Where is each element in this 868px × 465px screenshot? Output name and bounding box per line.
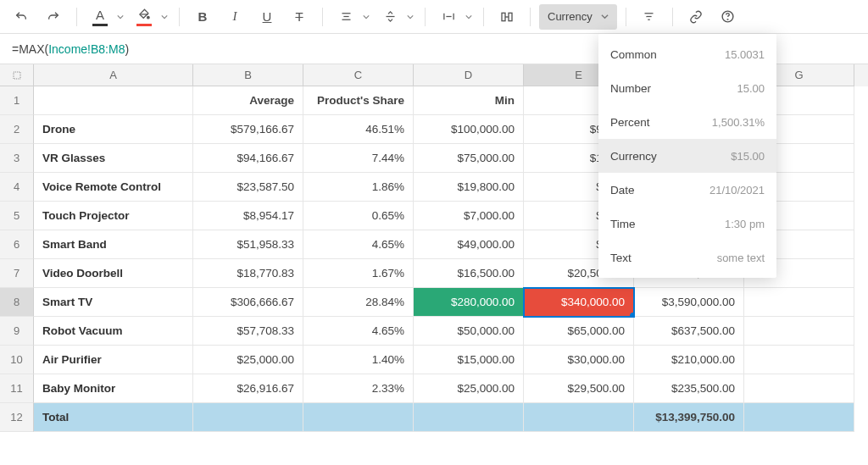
format-item-text[interactable]: Textsome text [598,241,776,274]
v-align-dropdown-caret[interactable] [404,14,416,20]
cell[interactable]: $637,500.00 [634,317,744,346]
row-header[interactable]: 7 [0,259,34,288]
cell[interactable]: 28.84% [303,288,414,317]
cell[interactable]: $30,000.00 [524,346,634,374]
cell[interactable]: $15,000.00 [414,346,524,374]
cell[interactable] [303,403,414,432]
cell[interactable] [193,403,303,432]
cell[interactable]: Total [34,403,193,432]
row-header[interactable]: 1 [0,86,34,115]
cell[interactable]: Smart Band [34,230,193,259]
cell[interactable]: $13,399,750.00 [634,403,744,432]
cell[interactable]: $3,590,000.00 [634,288,744,317]
cell[interactable]: Air Purifier [34,346,193,374]
cell[interactable]: 4.65% [303,230,414,259]
format-item-currency[interactable]: Currency$15.00 [598,139,776,173]
cell[interactable]: 4.65% [303,317,414,346]
fill-color-button[interactable] [130,4,159,30]
cell[interactable]: Product's Share [303,86,414,115]
format-item-number[interactable]: Number15.00 [598,71,776,105]
cell[interactable]: Touch Projector [34,202,193,230]
h-align-dropdown-caret[interactable] [360,14,372,20]
cell[interactable]: $75,000.00 [414,144,524,173]
cell[interactable] [524,403,634,432]
merge-cells-button[interactable] [492,4,521,30]
cell[interactable]: Smart TV [34,288,193,317]
cell[interactable]: $280,000.00 [414,288,524,317]
cell[interactable]: Min [414,86,524,115]
cell[interactable]: Robot Vacuum [34,317,193,346]
cell[interactable]: Video Doorbell [34,259,193,288]
cell[interactable]: $19,800.00 [414,173,524,202]
cell[interactable]: $210,000.00 [634,346,744,374]
cell[interactable]: $235,500.00 [634,374,744,403]
row-header[interactable]: 6 [0,230,34,259]
cell[interactable]: $7,000.00 [414,202,524,230]
select-all-corner[interactable] [0,64,34,86]
cell[interactable]: $8,954.17 [193,202,303,230]
cell[interactable]: $23,587.50 [193,173,303,202]
row-header[interactable]: 10 [0,346,34,374]
cell[interactable]: $306,666.67 [193,288,303,317]
cell[interactable]: 7.44% [303,144,414,173]
col-header-D[interactable]: D [414,64,524,86]
cell[interactable]: $49,000.00 [414,230,524,259]
font-color-button[interactable]: A [86,4,114,30]
text-wrap-button[interactable] [434,4,463,30]
cell[interactable] [744,346,854,374]
col-header-C[interactable]: C [303,64,414,86]
cell[interactable]: 1.67% [303,259,414,288]
cell[interactable]: $65,000.00 [524,317,634,346]
strikethrough-button[interactable]: T [285,4,314,30]
h-align-button[interactable] [331,4,360,30]
row-header[interactable]: 11 [0,374,34,403]
cell[interactable] [744,288,854,317]
cell[interactable]: 46.51% [303,115,414,144]
cell[interactable]: 0.65% [303,202,414,230]
fill-color-dropdown-caret[interactable] [159,14,170,20]
number-format-button[interactable]: Currency [539,4,617,30]
font-color-dropdown-caret[interactable] [114,14,126,20]
text-wrap-dropdown-caret[interactable] [463,14,475,20]
cell[interactable]: $25,000.00 [193,346,303,374]
cell[interactable]: $16,500.00 [414,259,524,288]
row-header[interactable]: 4 [0,173,34,202]
cell[interactable]: Drone [34,115,193,144]
cell[interactable]: 1.86% [303,173,414,202]
underline-button[interactable]: U [253,4,281,30]
cell[interactable] [744,374,854,403]
cell[interactable]: $51,958.33 [193,230,303,259]
cell[interactable]: $26,916.67 [193,374,303,403]
cell[interactable]: $100,000.00 [414,115,524,144]
cell[interactable]: VR Glasses [34,144,193,173]
col-header-B[interactable]: B [193,64,303,86]
cell[interactable]: 2.33% [303,374,414,403]
cell[interactable]: $579,166.67 [193,115,303,144]
cell[interactable]: $340,000.00 [524,288,634,317]
cell[interactable]: Average [193,86,303,115]
cell[interactable]: $18,770.83 [193,259,303,288]
help-button[interactable] [714,4,743,30]
row-header[interactable]: 3 [0,144,34,173]
cell[interactable]: $50,000.00 [414,317,524,346]
row-header[interactable]: 8 [0,288,34,317]
format-item-percent[interactable]: Percent1,500.31% [598,105,776,139]
cell[interactable] [744,403,854,432]
cell[interactable]: Voice Remote Control [34,173,193,202]
row-header[interactable]: 9 [0,317,34,346]
cell[interactable]: $25,000.00 [414,374,524,403]
format-item-time[interactable]: Time1:30 pm [598,207,776,241]
redo-button[interactable] [39,4,68,30]
row-header[interactable]: 12 [0,403,34,432]
bold-button[interactable]: B [188,4,217,30]
col-header-A[interactable]: A [34,64,193,86]
italic-button[interactable]: I [220,4,249,30]
cell[interactable]: $57,708.33 [193,317,303,346]
cell[interactable]: $29,500.00 [524,374,634,403]
cell[interactable]: 1.40% [303,346,414,374]
row-header[interactable]: 2 [0,115,34,144]
format-item-date[interactable]: Date21/10/2021 [598,173,776,207]
cell[interactable] [414,403,524,432]
link-button[interactable] [682,4,710,30]
cell[interactable]: $94,166.67 [193,144,303,173]
